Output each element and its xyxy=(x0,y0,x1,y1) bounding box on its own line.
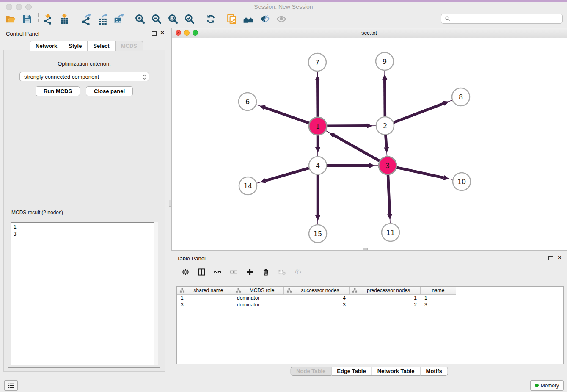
toolbar-separator xyxy=(76,13,76,25)
clone-network-button[interactable] xyxy=(226,13,238,25)
node-table: shared nameMCDS rolesuccessor nodesprede… xyxy=(176,286,564,364)
minimize-network-icon[interactable]: − xyxy=(184,30,190,36)
select-all-button[interactable] xyxy=(214,268,222,276)
tree-icon xyxy=(179,288,185,293)
export-table-button[interactable] xyxy=(96,13,109,25)
control-panel-title: Control Panel xyxy=(6,30,39,37)
svg-text:f(x): f(x) xyxy=(295,268,302,275)
zoom-selected-button[interactable] xyxy=(183,13,196,25)
tab-network[interactable]: Network xyxy=(30,41,63,51)
toolbar-icons xyxy=(4,13,292,25)
refresh-icon xyxy=(205,14,216,25)
search-input[interactable] xyxy=(453,14,562,23)
table-cell[interactable]: 3 xyxy=(284,302,350,308)
import-table-button[interactable] xyxy=(58,13,71,25)
save-session-button[interactable] xyxy=(21,13,33,25)
table-row[interactable]: 3dominator323 xyxy=(177,301,563,308)
memory-button[interactable]: Memory xyxy=(530,380,564,391)
network-graph[interactable]: 7968124314101511 xyxy=(172,38,567,250)
table-cell[interactable]: dominator xyxy=(233,302,284,308)
network-canvas[interactable]: 7968124314101511 xyxy=(172,38,567,250)
column-header-MCDS-role[interactable]: MCDS role xyxy=(233,287,284,295)
toolbar-separator xyxy=(201,13,201,25)
mcds-result-legend: MCDS result (2 nodes) xyxy=(10,210,64,215)
table-cell[interactable]: 1 xyxy=(350,295,421,301)
tab-style[interactable]: Style xyxy=(63,41,87,51)
close-network-icon[interactable]: × xyxy=(176,30,181,36)
window-title: Session: New Session xyxy=(0,2,567,11)
graph-node-label: 1 xyxy=(316,122,320,130)
home-button[interactable] xyxy=(242,13,255,25)
float-panel-icon[interactable] xyxy=(152,31,157,36)
split-view-button[interactable] xyxy=(198,268,206,276)
graph-node-label: 2 xyxy=(383,122,387,130)
search-box[interactable] xyxy=(441,14,563,24)
table-panel: Table Panel × f(x) shared nameMCDS roles… xyxy=(171,252,567,377)
criterion-dropdown[interactable]: strongly connected component xyxy=(19,72,149,81)
function-builder-button: f(x) xyxy=(294,268,302,276)
tab-edge-table[interactable]: Edge Table xyxy=(331,367,372,376)
main-toolbar xyxy=(0,12,567,26)
mcds-result-group: MCDS result (2 nodes) 1 3 xyxy=(8,210,160,368)
graph-node-label: 8 xyxy=(459,93,463,101)
table-cell[interactable]: dominator xyxy=(233,295,284,301)
deselect-all-button[interactable] xyxy=(230,268,238,276)
network-window-titlebar[interactable]: × − + scc.txt xyxy=(172,28,567,38)
graph-node-label: 7 xyxy=(315,58,319,66)
open-session-button[interactable] xyxy=(4,13,17,25)
import-table-icon xyxy=(59,14,70,25)
network-view-window: × − + scc.txt 7968124314101511 xyxy=(171,28,567,251)
table-panel-title: Table Panel xyxy=(177,255,206,262)
close-panel-button[interactable]: Close panel xyxy=(86,86,133,96)
zoom-network-icon[interactable]: + xyxy=(193,30,198,36)
add-column-button[interactable] xyxy=(246,268,254,276)
table-row[interactable]: 1dominator411 xyxy=(177,295,563,301)
table-tabs: Node TableEdge TableNetwork TableMotifs xyxy=(290,367,448,376)
column-header-name[interactable]: name xyxy=(421,287,456,295)
column-header-shared-name[interactable]: shared name xyxy=(177,287,233,295)
tab-node-table[interactable]: Node Table xyxy=(290,367,331,376)
app-window: Session: New Session Control Panel × Net… xyxy=(0,0,567,392)
toggle-visibility-button[interactable] xyxy=(259,13,271,25)
refresh-button[interactable] xyxy=(204,13,217,25)
result-scrollbar[interactable] xyxy=(154,222,158,365)
graph-node-label: 14 xyxy=(244,182,252,190)
close-table-panel-icon[interactable]: × xyxy=(558,254,561,260)
network-window-title: scc.txt xyxy=(361,30,377,36)
tab-select[interactable]: Select xyxy=(87,41,115,51)
delete-column-icon xyxy=(262,268,270,276)
table-cell[interactable]: 3 xyxy=(177,302,233,308)
export-image-button[interactable] xyxy=(113,13,125,25)
close-panel-icon[interactable]: × xyxy=(160,30,164,36)
export-network-button[interactable] xyxy=(80,13,92,25)
float-table-panel-icon[interactable] xyxy=(548,256,553,260)
zoom-fit-icon xyxy=(168,14,179,25)
zoom-in-button[interactable] xyxy=(134,13,146,25)
memory-label: Memory xyxy=(541,383,559,389)
table-cell[interactable]: 2 xyxy=(350,302,421,308)
gear-button[interactable] xyxy=(182,268,190,276)
mcds-result-textarea[interactable]: 1 3 xyxy=(11,222,158,365)
zoom-out-icon xyxy=(151,14,162,25)
table-cell[interactable]: 4 xyxy=(284,295,350,301)
table-cell[interactable]: 1 xyxy=(421,295,456,301)
table-cell[interactable]: 1 xyxy=(177,295,233,301)
toggle-visibility-icon xyxy=(259,14,270,25)
run-mcds-button[interactable]: Run MCDS xyxy=(36,86,80,96)
panel-splitter[interactable] xyxy=(168,26,171,377)
show-panels-button[interactable] xyxy=(4,380,18,391)
tree-icon xyxy=(352,288,358,293)
table-cell[interactable]: 3 xyxy=(421,302,456,308)
column-header-predecessor-nodes[interactable]: predecessor nodes xyxy=(350,287,421,295)
graph-node-label: 3 xyxy=(385,162,390,170)
select-all-icon xyxy=(214,268,222,276)
zoom-fit-button[interactable] xyxy=(167,13,179,25)
column-header-successor-nodes[interactable]: successor nodes xyxy=(284,287,350,295)
tab-motifs[interactable]: Motifs xyxy=(421,367,448,376)
import-network-button[interactable] xyxy=(42,13,55,25)
canvas-resize-handle[interactable] xyxy=(363,248,368,250)
tab-mcds[interactable]: MCDS xyxy=(115,41,143,51)
delete-column-button[interactable] xyxy=(262,268,270,276)
zoom-out-button[interactable] xyxy=(150,13,163,25)
tab-network-table[interactable]: Network Table xyxy=(372,367,421,376)
